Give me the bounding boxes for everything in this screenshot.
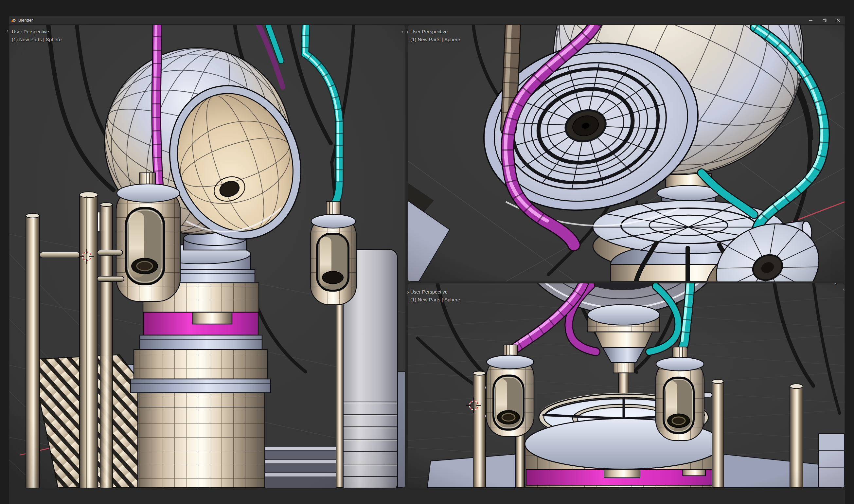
viewport-top-right-canvas[interactable]: [408, 25, 844, 282]
vignette: [408, 25, 844, 282]
chevron-down-icon[interactable]: ⌄: [833, 280, 838, 285]
chevron-left-icon[interactable]: ‹: [400, 30, 405, 34]
blender-window: Blender: [9, 16, 845, 504]
blender-logo-icon: [11, 18, 16, 23]
restore-button[interactable]: [818, 16, 832, 24]
minimize-button[interactable]: [804, 16, 818, 24]
chevron-right-icon[interactable]: ›: [405, 30, 410, 34]
close-button[interactable]: [832, 16, 845, 24]
viewport-bottom-right-canvas[interactable]: [408, 284, 844, 488]
window-title: Blender: [18, 18, 33, 22]
title-bar: Blender: [9, 16, 845, 24]
close-icon: [836, 18, 840, 22]
window-controls: [804, 16, 845, 24]
chevron-right-icon[interactable]: ›: [406, 290, 410, 294]
chevron-right-icon[interactable]: ›: [5, 29, 10, 33]
viewport-bottom-right[interactable]: User Perspective (1) New Parts | Sphere: [408, 284, 844, 488]
viewport-left[interactable]: User Perspective (1) New Parts | Sphere: [10, 25, 405, 488]
vignette: [10, 25, 405, 488]
restore-icon: [822, 18, 827, 22]
chevron-left-icon[interactable]: ‹: [841, 287, 846, 292]
viewport-left-canvas[interactable]: [10, 25, 405, 488]
blender-desktop: Blender: [0, 0, 854, 504]
viewport-top-right[interactable]: User Perspective (1) New Parts | Sphere: [408, 25, 844, 282]
vignette: [408, 284, 844, 488]
minimize-icon: [809, 18, 813, 22]
